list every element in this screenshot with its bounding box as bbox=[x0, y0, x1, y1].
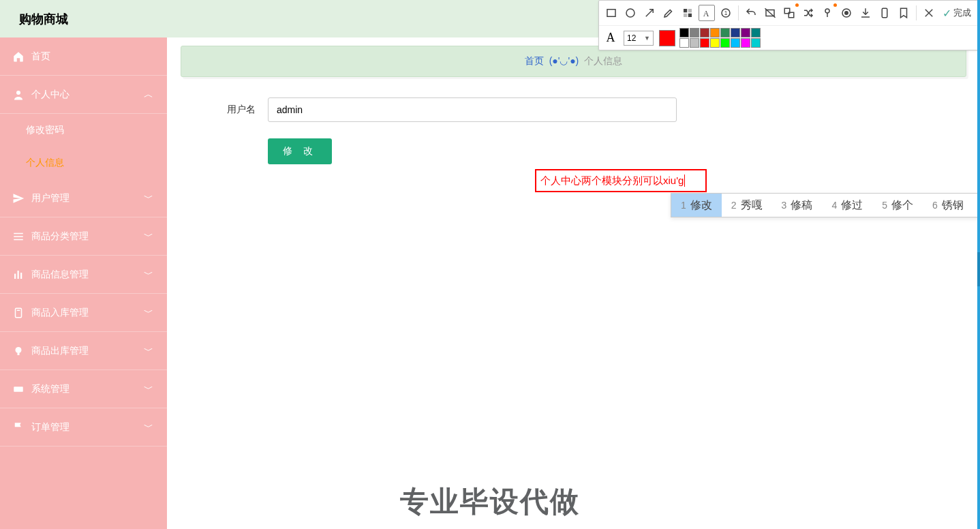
home-icon bbox=[12, 50, 25, 63]
mosaic-tool-icon[interactable] bbox=[679, 5, 696, 21]
breadcrumb-home-link[interactable]: 首页 (●'◡'●) bbox=[525, 55, 579, 66]
color-swatch[interactable] bbox=[720, 28, 730, 37]
app-title: 购物商城 bbox=[19, 11, 68, 27]
sidebar-item-home[interactable]: 首页 bbox=[0, 37, 167, 76]
svg-rect-18 bbox=[688, 14, 692, 17]
sidebar-subitem-password[interactable]: 修改密码 bbox=[0, 114, 167, 147]
annotation-text-box[interactable]: 个人中心两个模块分别可以xiu'g bbox=[535, 169, 707, 192]
color-swatch[interactable] bbox=[710, 28, 720, 37]
color-swatch[interactable] bbox=[741, 28, 750, 37]
sidebar-item-category[interactable]: 商品分类管理 ﹀ bbox=[0, 217, 167, 256]
ime-candidate-6[interactable]: 6锈钢 bbox=[923, 194, 973, 217]
pen-tool-icon[interactable] bbox=[660, 5, 677, 21]
color-swatch[interactable] bbox=[690, 28, 699, 37]
svg-rect-15 bbox=[684, 9, 687, 12]
color-swatch[interactable] bbox=[679, 38, 689, 48]
form-area: 用户名 修 改 bbox=[181, 97, 966, 164]
circle-tool-icon[interactable] bbox=[622, 5, 639, 21]
svg-rect-2 bbox=[14, 236, 23, 237]
counter-tool-icon[interactable]: 1 bbox=[718, 5, 734, 21]
chevron-down-icon: ﹀ bbox=[144, 269, 153, 281]
color-swatch[interactable] bbox=[700, 38, 709, 48]
shuffle-tool-icon[interactable] bbox=[800, 5, 816, 21]
username-label: 用户名 bbox=[208, 104, 256, 116]
flag-icon bbox=[12, 421, 25, 434]
submit-button[interactable]: 修 改 bbox=[268, 138, 332, 164]
annotation-text: 个人中心两个模块分别可以xiu'g bbox=[540, 175, 684, 187]
color-palette bbox=[679, 28, 761, 48]
svg-rect-16 bbox=[688, 9, 692, 12]
text-tool-icon[interactable]: A bbox=[699, 5, 715, 21]
color-swatch[interactable] bbox=[720, 38, 730, 48]
svg-rect-7 bbox=[16, 308, 22, 318]
bookmark-icon[interactable] bbox=[895, 5, 912, 21]
toolbar-separator bbox=[916, 5, 917, 20]
svg-point-26 bbox=[825, 9, 829, 13]
color-swatch[interactable] bbox=[690, 38, 699, 48]
svg-line-14 bbox=[646, 10, 654, 17]
chevron-down-icon: ﹀ bbox=[144, 421, 153, 434]
color-swatch[interactable] bbox=[741, 38, 750, 48]
toolbar-separator bbox=[738, 5, 739, 20]
sidebar-item-label: 商品分类管理 bbox=[31, 230, 89, 243]
annotation-toolbar: A 1 ✓完成 A 12▼ bbox=[598, 0, 979, 50]
arrow-tool-icon[interactable] bbox=[641, 5, 658, 21]
check-icon: ✓ bbox=[943, 7, 951, 20]
svg-text:1: 1 bbox=[724, 10, 728, 16]
color-swatch[interactable] bbox=[731, 28, 740, 37]
record-tool-icon[interactable] bbox=[838, 5, 855, 21]
pin-tool-icon[interactable] bbox=[819, 5, 836, 21]
device-icon[interactable] bbox=[876, 5, 893, 21]
color-swatch[interactable] bbox=[751, 38, 761, 48]
sidebar-item-label: 订单管理 bbox=[31, 421, 70, 434]
chevron-down-icon: ﹀ bbox=[144, 383, 153, 395]
bars-icon bbox=[12, 269, 25, 281]
color-swatch[interactable] bbox=[679, 28, 689, 37]
color-swatch[interactable] bbox=[751, 28, 761, 37]
ime-candidate-3[interactable]: 3修稿 bbox=[772, 194, 823, 217]
ime-candidate-1[interactable]: 1修改 bbox=[671, 194, 722, 217]
svg-rect-6 bbox=[20, 273, 22, 279]
rect-tool-icon[interactable] bbox=[603, 5, 619, 21]
sidebar-item-product-info[interactable]: 商品信息管理 ﹀ bbox=[0, 256, 167, 294]
svg-rect-3 bbox=[14, 239, 23, 240]
ime-candidate-5[interactable]: 5修个 bbox=[872, 194, 923, 217]
download-icon[interactable] bbox=[857, 5, 874, 21]
right-edge-bar bbox=[977, 0, 980, 529]
sidebar-item-label: 系统管理 bbox=[31, 383, 70, 395]
bulb-icon bbox=[12, 345, 25, 357]
sidebar: 首页 个人中心 ︿ 修改密码 个人信息 用户管理 ﹀ 商品分类管理 ﹀ 商品信息… bbox=[0, 37, 167, 529]
inbox-icon bbox=[12, 307, 25, 319]
sidebar-item-personal[interactable]: 个人中心 ︿ bbox=[0, 76, 167, 114]
undo-icon[interactable] bbox=[743, 5, 759, 21]
svg-rect-17 bbox=[684, 14, 687, 17]
sidebar-item-label: 商品出库管理 bbox=[31, 345, 89, 357]
sidebar-subitem-label: 修改密码 bbox=[26, 124, 64, 136]
sidebar-item-label: 首页 bbox=[31, 50, 50, 63]
username-input[interactable] bbox=[268, 97, 677, 122]
send-icon bbox=[12, 192, 25, 205]
chevron-down-icon: ﹀ bbox=[144, 345, 153, 357]
color-swatch[interactable] bbox=[731, 38, 740, 48]
font-size-select[interactable]: 12▼ bbox=[624, 31, 654, 46]
main-content: 首页 (●'◡'●) 个人信息 用户名 修 改 个人中心两个模块分别可以xiu'… bbox=[167, 37, 980, 529]
sidebar-item-stock-out[interactable]: 商品出库管理 ﹀ bbox=[0, 332, 167, 370]
screenshot-tool-icon[interactable] bbox=[762, 5, 778, 21]
color-swatch[interactable] bbox=[710, 38, 720, 48]
sidebar-item-orders[interactable]: 订单管理 ﹀ bbox=[0, 408, 167, 447]
ime-candidate-2[interactable]: 2秀嘎 bbox=[722, 194, 772, 217]
svg-rect-10 bbox=[18, 353, 20, 355]
svg-text:A: A bbox=[703, 9, 709, 18]
current-color-swatch[interactable] bbox=[659, 30, 675, 46]
done-button[interactable]: ✓完成 bbox=[938, 7, 975, 20]
close-icon[interactable] bbox=[921, 5, 937, 21]
color-swatch[interactable] bbox=[700, 28, 709, 37]
ime-candidate-4[interactable]: 4修过 bbox=[822, 194, 872, 217]
sidebar-item-users[interactable]: 用户管理 ﹀ bbox=[0, 179, 167, 217]
sidebar-item-system[interactable]: 系统管理 ﹀ bbox=[0, 370, 167, 408]
sidebar-subitem-profile[interactable]: 个人信息 bbox=[0, 147, 167, 179]
ticket-icon bbox=[12, 383, 25, 395]
translate-tool-icon[interactable] bbox=[781, 5, 797, 21]
svg-rect-12 bbox=[607, 10, 615, 17]
sidebar-item-stock-in[interactable]: 商品入库管理 ﹀ bbox=[0, 294, 167, 332]
